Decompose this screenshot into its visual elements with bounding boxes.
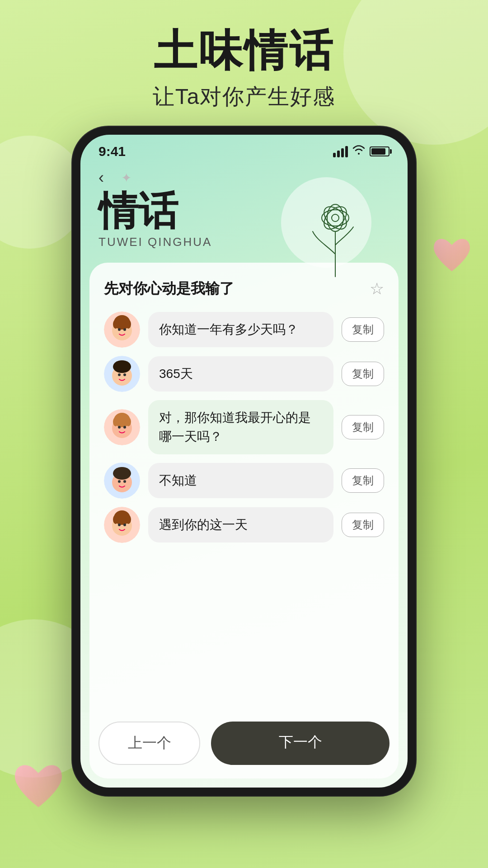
avatar — [104, 462, 140, 499]
svg-point-39 — [113, 515, 118, 524]
svg-point-9 — [123, 328, 126, 331]
status-icons — [333, 145, 389, 158]
back-button[interactable]: ‹ — [99, 168, 104, 187]
card-title: 先对你心动是我输了 — [104, 279, 234, 299]
heart-decoration-right — [429, 235, 474, 276]
svg-point-38 — [118, 513, 126, 520]
svg-point-17 — [123, 373, 126, 376]
battery-icon — [370, 146, 389, 156]
svg-point-1 — [320, 203, 351, 233]
svg-point-8 — [118, 328, 121, 331]
copy-button[interactable]: 复制 — [342, 468, 384, 493]
prev-button[interactable]: 上一个 — [99, 722, 200, 765]
svg-point-25 — [113, 417, 118, 426]
chat-item: 不知道复制 — [104, 462, 384, 499]
top-section: 土味情话 让Ta对你产生好感 — [0, 27, 488, 111]
svg-point-10 — [118, 318, 126, 325]
svg-point-4 — [332, 214, 339, 222]
phone-screen: 9:41 — [80, 135, 408, 788]
svg-point-31 — [123, 480, 126, 483]
svg-point-23 — [123, 426, 126, 429]
chat-bubble: 对，那你知道我最开心的是哪一天吗？ — [148, 400, 333, 454]
svg-point-22 — [118, 426, 121, 429]
svg-point-26 — [126, 417, 131, 426]
copy-button[interactable]: 复制 — [342, 317, 384, 342]
app-header: ‹ ✦ 情话 TUWEI QINGHUA — [80, 164, 408, 263]
avatar — [104, 507, 140, 543]
heart-decoration-left — [9, 760, 68, 814]
next-button[interactable]: 下一个 — [211, 722, 389, 765]
phone-frame: 9:41 — [72, 127, 416, 796]
svg-point-30 — [118, 480, 121, 483]
avatar — [104, 409, 140, 445]
chat-bubble: 你知道一年有多少天吗？ — [148, 312, 333, 347]
svg-point-16 — [118, 373, 121, 376]
svg-point-12 — [126, 320, 131, 329]
copy-button[interactable]: 复制 — [342, 362, 384, 386]
svg-point-24 — [118, 415, 126, 423]
svg-rect-18 — [114, 364, 130, 369]
flower-icon — [290, 186, 380, 286]
main-title: 土味情话 — [0, 27, 488, 75]
phone-container: 9:41 — [72, 127, 416, 796]
avatar — [104, 311, 140, 348]
chat-bubble: 365天 — [148, 356, 333, 392]
sparkle-icon: ✦ — [121, 170, 131, 185]
status-bar: 9:41 — [80, 135, 408, 164]
wifi-icon — [352, 145, 365, 158]
svg-point-40 — [126, 515, 131, 524]
signal-icon — [333, 146, 348, 157]
chat-item: 你知道一年有多少天吗？复制 — [104, 311, 384, 348]
copy-button[interactable]: 复制 — [342, 415, 384, 439]
chat-list: 你知道一年有多少天吗？复制 365天复制 对，那你知道我最开心的是哪一天吗？复制 — [104, 311, 384, 543]
chat-item: 365天复制 — [104, 356, 384, 392]
chat-bubble: 遇到你的这一天 — [148, 507, 333, 542]
copy-button[interactable]: 复制 — [342, 513, 384, 537]
chat-item: 遇到你的这一天复制 — [104, 507, 384, 543]
chat-bubble: 不知道 — [148, 463, 333, 498]
subtitle: 让Ta对你产生好感 — [0, 82, 488, 111]
svg-point-11 — [113, 320, 118, 329]
main-card: 先对你心动是我输了 ☆ 你知道一年有多少天吗？复制 — [89, 263, 399, 778]
svg-point-37 — [123, 524, 126, 526]
svg-rect-32 — [114, 471, 130, 476]
bottom-navigation: 上一个 下一个 — [80, 712, 408, 788]
chat-item: 对，那你知道我最开心的是哪一天吗？复制 — [104, 400, 384, 454]
status-time: 9:41 — [99, 144, 126, 159]
svg-point-36 — [118, 524, 121, 526]
avatar — [104, 356, 140, 392]
svg-point-3 — [320, 203, 351, 233]
